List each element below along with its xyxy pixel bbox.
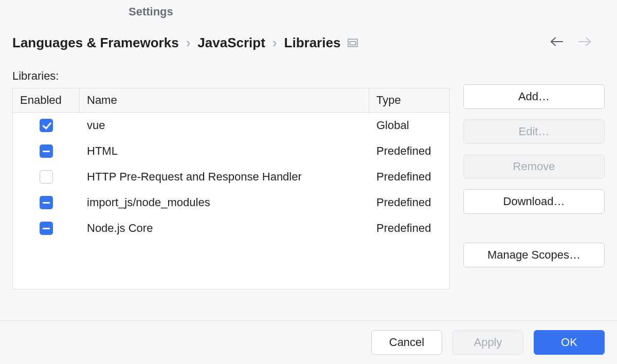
cell-type: Global <box>369 114 449 137</box>
cell-type: Predefined <box>369 139 449 163</box>
nav-forward-button <box>578 36 592 50</box>
libraries-label: Libraries: <box>12 69 450 83</box>
edit-button: Edit… <box>463 119 605 144</box>
col-header-name[interactable]: Name <box>80 88 369 112</box>
table-row[interactable]: HTMLPredefined <box>13 138 449 164</box>
table-row[interactable]: HTTP Pre-Request and Response HandlerPre… <box>13 164 449 190</box>
remove-button: Remove <box>463 154 605 179</box>
enabled-checkbox[interactable] <box>40 144 53 158</box>
libraries-table: Enabled Name Type vueGlobalHTMLPredefine… <box>12 88 450 289</box>
breadcrumb-languages-frameworks[interactable]: Languages & Frameworks <box>12 35 179 51</box>
add-button[interactable]: Add… <box>463 84 605 109</box>
manage-scopes-button[interactable]: Manage Scopes… <box>463 243 605 267</box>
enabled-checkbox[interactable] <box>40 222 53 235</box>
cell-name: HTML <box>80 139 369 163</box>
table-row[interactable]: vueGlobal <box>13 113 449 138</box>
breadcrumb: Languages & Frameworks › JavaScript › Li… <box>12 35 340 51</box>
table-row[interactable]: import_js/node_modulesPredefined <box>13 190 449 215</box>
cell-enabled <box>13 114 80 137</box>
cell-type: Predefined <box>369 165 449 189</box>
download-button[interactable]: Download… <box>463 189 605 214</box>
chevron-right-icon: › <box>185 35 192 51</box>
window-title: Settings <box>0 0 617 19</box>
current-scheme-icon <box>348 38 358 48</box>
cell-type: Predefined <box>369 191 449 214</box>
enabled-checkbox[interactable] <box>40 119 53 132</box>
svg-rect-1 <box>350 41 356 45</box>
cell-enabled <box>13 216 80 240</box>
breadcrumb-javascript[interactable]: JavaScript <box>197 35 265 51</box>
chevron-right-icon: › <box>271 35 278 51</box>
enabled-checkbox[interactable] <box>40 170 53 184</box>
col-header-enabled[interactable]: Enabled <box>13 88 80 112</box>
cell-name: Node.js Core <box>80 216 369 240</box>
cell-name: import_js/node_modules <box>80 191 369 214</box>
enabled-checkbox[interactable] <box>40 196 53 209</box>
cell-type: Predefined <box>369 216 449 240</box>
breadcrumb-libraries[interactable]: Libraries <box>284 35 341 51</box>
cell-name: HTTP Pre-Request and Response Handler <box>80 165 369 189</box>
cell-enabled <box>13 139 80 163</box>
table-row[interactable]: Node.js CorePredefined <box>13 215 449 241</box>
nav-back-button[interactable] <box>549 36 564 50</box>
ok-button[interactable]: OK <box>534 330 605 355</box>
table-header: Enabled Name Type <box>13 88 449 113</box>
breadcrumb-row: Languages & Frameworks › JavaScript › Li… <box>0 19 617 60</box>
col-header-type[interactable]: Type <box>369 88 449 112</box>
dialog-footer: Cancel Apply OK <box>0 320 617 364</box>
cell-name: vue <box>80 114 369 137</box>
cancel-button[interactable]: Cancel <box>371 330 442 355</box>
cell-enabled <box>13 191 80 214</box>
cell-enabled <box>13 165 80 189</box>
apply-button: Apply <box>452 330 523 355</box>
